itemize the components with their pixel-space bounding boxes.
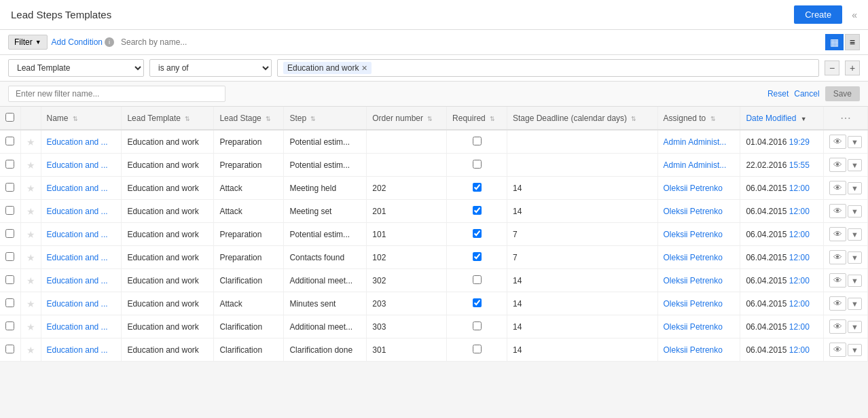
row-dropdown-button[interactable]: ▼ [848, 205, 862, 217]
row-assignee-link[interactable]: Oleksii Petrenko [664, 299, 723, 309]
row-dropdown-button[interactable]: ▼ [848, 251, 862, 264]
list-view-button[interactable]: ≡ [845, 34, 860, 50]
star-icon[interactable]: ★ [26, 229, 35, 240]
row-name-link[interactable]: Education and ... [47, 230, 108, 239]
row-checkbox[interactable] [5, 275, 14, 284]
star-icon[interactable]: ★ [26, 252, 35, 263]
filter-field-select[interactable]: Lead Template Lead Stage Name Step [8, 59, 144, 77]
row-dropdown-button[interactable]: ▼ [848, 298, 862, 310]
row-name-link[interactable]: Education and ... [47, 207, 108, 216]
star-icon[interactable]: ★ [26, 321, 35, 332]
view-row-button[interactable]: 👁 [829, 319, 846, 334]
star-icon[interactable]: ★ [26, 345, 35, 355]
row-assignee-link[interactable]: Oleksii Petrenko [664, 322, 723, 332]
row-assignee-link[interactable]: Oleksii Petrenko [664, 230, 723, 239]
view-row-button[interactable]: 👁 [829, 250, 846, 264]
star-icon[interactable]: ★ [26, 298, 35, 309]
row-dropdown-button[interactable]: ▼ [848, 275, 862, 287]
view-row-button[interactable]: 👁 [829, 158, 846, 172]
filter-operator-select[interactable]: is any of is is not is not any of [149, 59, 272, 77]
row-dropdown-button[interactable]: ▼ [848, 228, 862, 241]
row-name-cell: Education and ... [41, 315, 122, 338]
row-dropdown-button[interactable]: ▼ [848, 321, 862, 333]
row-name-link[interactable]: Education and ... [47, 253, 108, 262]
col-header-date-modified[interactable]: Date Modified ▼ [740, 107, 824, 130]
row-dropdown-button[interactable]: ▼ [848, 159, 862, 171]
row-assignee-link[interactable]: Admin Administ... [664, 137, 727, 147]
add-row-condition-button[interactable]: + [845, 60, 860, 75]
star-icon[interactable]: ★ [26, 160, 35, 171]
select-all-checkbox[interactable] [5, 113, 14, 122]
row-checkbox[interactable] [5, 160, 14, 169]
add-condition-button[interactable]: Add Condition i [52, 37, 114, 47]
col-header-stage-deadline[interactable]: Stage Deadline (calendar days) ⇅ [507, 107, 657, 130]
row-name-link[interactable]: Education and ... [47, 276, 108, 285]
column-settings-button[interactable]: ⋯ [840, 111, 851, 124]
row-assignee-link[interactable]: Admin Administ... [664, 160, 727, 170]
row-required-checkbox[interactable] [473, 275, 482, 284]
row-required-checkbox[interactable] [473, 252, 482, 261]
view-row-button[interactable]: 👁 [829, 227, 846, 241]
row-checkbox[interactable] [5, 229, 14, 238]
view-row-button[interactable]: 👁 [829, 204, 846, 218]
row-required-checkbox[interactable] [473, 345, 482, 353]
col-header-lead-template[interactable]: Lead Template ⇅ [122, 107, 214, 130]
star-icon[interactable]: ★ [26, 206, 35, 217]
col-header-assigned-to[interactable]: Assigned to ⇅ [657, 107, 740, 130]
view-row-button[interactable]: 👁 [829, 273, 846, 288]
row-required-checkbox[interactable] [473, 160, 482, 169]
filter-name-input[interactable] [8, 86, 225, 102]
view-row-button[interactable]: 👁 [829, 343, 846, 357]
row-assignee-link[interactable]: Oleksii Petrenko [664, 207, 723, 216]
create-button[interactable]: Create [794, 5, 842, 24]
row-checkbox[interactable] [5, 137, 14, 145]
view-row-button[interactable]: 👁 [829, 135, 846, 149]
row-assignee-link[interactable]: Oleksii Petrenko [664, 253, 723, 262]
row-name-link[interactable]: Education and ... [47, 184, 108, 193]
row-name-link[interactable]: Education and ... [47, 299, 108, 309]
cancel-button[interactable]: Cancel [794, 89, 819, 99]
star-icon[interactable]: ★ [26, 137, 35, 147]
remove-condition-button[interactable]: − [825, 60, 839, 75]
row-name-link[interactable]: Education and ... [47, 137, 108, 147]
row-checkbox[interactable] [5, 252, 14, 261]
row-dropdown-button[interactable]: ▼ [848, 182, 862, 194]
row-checkbox[interactable] [5, 183, 14, 192]
filter-button[interactable]: Filter ▼ [8, 35, 48, 50]
row-required-checkbox[interactable] [473, 321, 482, 330]
col-header-name[interactable]: Name ⇅ [41, 107, 122, 130]
row-checkbox[interactable] [5, 298, 14, 307]
row-dropdown-button[interactable]: ▼ [848, 136, 862, 148]
save-button[interactable]: Save [825, 86, 860, 101]
row-checkbox[interactable] [5, 321, 14, 330]
row-checkbox[interactable] [5, 345, 14, 353]
row-required-checkbox[interactable] [473, 206, 482, 215]
row-assignee-link[interactable]: Oleksii Petrenko [664, 345, 723, 355]
collapse-button[interactable]: « [852, 10, 857, 20]
filter-tag-remove-icon[interactable]: ✕ [361, 64, 367, 73]
col-header-lead-stage[interactable]: Lead Stage ⇅ [214, 107, 284, 130]
row-name-link[interactable]: Education and ... [47, 160, 108, 170]
row-required-checkbox[interactable] [473, 137, 482, 145]
row-checkbox[interactable] [5, 206, 14, 215]
star-icon[interactable]: ★ [26, 275, 35, 286]
grid-view-button[interactable]: ▦ [825, 34, 844, 50]
row-required-checkbox[interactable] [473, 229, 482, 238]
row-assignee-link[interactable]: Oleksii Petrenko [664, 276, 723, 285]
row-required-checkbox[interactable] [473, 183, 482, 192]
col-header-required[interactable]: Required ⇅ [447, 107, 507, 130]
row-name-link[interactable]: Education and ... [47, 322, 108, 332]
row-dropdown-button[interactable]: ▼ [848, 344, 862, 356]
reset-button[interactable]: Reset [767, 89, 789, 99]
row-assignee-link[interactable]: Oleksii Petrenko [664, 184, 723, 193]
select-all-header[interactable] [0, 107, 20, 130]
search-input[interactable] [118, 36, 821, 48]
header-actions[interactable]: ⋯ [824, 107, 868, 130]
row-name-link[interactable]: Education and ... [47, 345, 108, 355]
view-row-button[interactable]: 👁 [829, 296, 846, 311]
col-header-step[interactable]: Step ⇅ [284, 107, 367, 130]
star-icon[interactable]: ★ [26, 183, 35, 194]
col-header-order-number[interactable]: Order number ⇅ [367, 107, 447, 130]
view-row-button[interactable]: 👁 [829, 181, 846, 195]
row-required-checkbox[interactable] [473, 298, 482, 307]
